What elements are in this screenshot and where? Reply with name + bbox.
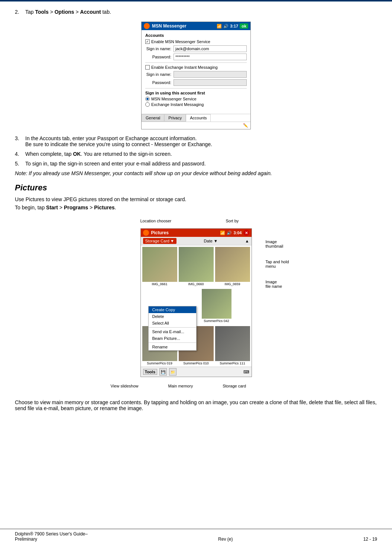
msn-tab-accounts[interactable]: Accounts bbox=[186, 114, 211, 122]
step-3-line2: Be sure to indicate the service you're u… bbox=[25, 141, 377, 147]
msn-checkbox2-label: Enable Exchange Instant Messaging bbox=[151, 65, 218, 70]
msn-field2-label: Password: bbox=[145, 55, 171, 59]
pic-keyboard-icon[interactable]: ⌨ bbox=[243, 370, 249, 374]
callout-view-slideshow: View slideshow bbox=[111, 384, 139, 388]
step-3-number: 3. bbox=[15, 135, 22, 147]
pic-cell-3: IMG_0659 bbox=[215, 247, 250, 286]
pic-menu-send-email[interactable]: Send via E-mail... bbox=[149, 328, 196, 335]
pic-name-6: SummerPics 010 bbox=[179, 361, 214, 365]
pic-name-3: IMG_0659 bbox=[215, 282, 250, 286]
options-bold: Options bbox=[55, 9, 74, 15]
right-callouts: Imagethumbnail Tap and holdmenu Imagefil… bbox=[266, 239, 289, 289]
step-4-text: When complete, tap OK. You are returned … bbox=[25, 151, 377, 157]
pictures-screenshot: Pictures 📶 🔊 3:04 ✕ Storage Card ▼ bbox=[140, 228, 252, 377]
pic-location-btn[interactable]: Storage Card ▼ bbox=[143, 238, 176, 244]
step-2: 2. Tap Tools > Options > Account tab. bbox=[15, 9, 377, 15]
msn-field4-row: Password: bbox=[145, 79, 247, 86]
pic-thumb-2[interactable] bbox=[179, 247, 214, 282]
pic-time: 3:04 bbox=[233, 231, 242, 235]
pic-storage-label: Storage Card bbox=[145, 239, 169, 243]
msn-radio1-row: MSN Messenger Service bbox=[145, 97, 247, 101]
msn-radio2-row: Exchange Instant Messaging bbox=[145, 102, 247, 107]
pic-thumb-3[interactable] bbox=[215, 247, 250, 282]
msn-signin-input[interactable] bbox=[174, 45, 247, 52]
sound-icon: 🔊 bbox=[223, 24, 229, 29]
note-prefix: Note: bbox=[15, 170, 29, 176]
msn-title: MSN Messenger bbox=[152, 23, 187, 29]
pic-cell-4: SummerPics 042 bbox=[202, 289, 231, 323]
pic-name-1: IMG_0661 bbox=[142, 282, 177, 286]
msn-exchange-password-input[interactable] bbox=[174, 79, 247, 86]
pic-scrollbar-up[interactable]: ▲ bbox=[245, 239, 249, 243]
pictures-area: Location chooser Sort by Pictures 📶 🔊 3:… bbox=[15, 217, 377, 393]
msn-checkbox1-label: Enable MSN Messenger Service bbox=[151, 39, 210, 44]
callout-main-memory: Main memory bbox=[168, 384, 193, 388]
pic-thumb-4[interactable] bbox=[202, 289, 231, 319]
pic-menu-divider1 bbox=[149, 327, 196, 328]
pic-name-4: SummerPics 042 bbox=[202, 319, 231, 323]
pic-name-2: IMG_0660 bbox=[179, 282, 214, 286]
msn-body: Accounts ✓ Enable MSN Messenger Service … bbox=[142, 30, 250, 111]
pic-menu-select-all[interactable]: Select All bbox=[149, 320, 196, 326]
msn-checkbox2[interactable] bbox=[145, 65, 150, 70]
msn-field4-label: Password: bbox=[145, 80, 171, 85]
pic-menu-create-copy[interactable]: Create Copy bbox=[149, 306, 196, 313]
msn-field3-label: Sign in name: bbox=[145, 72, 171, 77]
pic-name-7: SummerPics 111 bbox=[215, 361, 250, 365]
msn-password-input[interactable] bbox=[174, 54, 247, 60]
pic-titlebar: Pictures 📶 🔊 3:04 ✕ bbox=[141, 229, 252, 237]
pic-date-btn[interactable]: Date ▼ bbox=[204, 239, 218, 243]
pic-menu-beam[interactable]: Beam Picture... bbox=[149, 335, 196, 342]
pic-tools-button[interactable]: Tools bbox=[143, 369, 158, 375]
msn-checkbox2-row: Enable Exchange Instant Messaging bbox=[145, 65, 247, 70]
msn-tab-general[interactable]: General bbox=[142, 114, 164, 122]
pic-toolbar: Storage Card ▼ Date ▼ ▲ bbox=[141, 237, 252, 245]
msn-divider1 bbox=[145, 62, 247, 63]
pic-date-dropdown-icon: ▼ bbox=[214, 239, 218, 243]
pic-cell-7: SummerPics 111 bbox=[215, 326, 250, 365]
msn-screenshot-container: MSN Messenger 📶 🔊 3:17 ok Accounts ✓ Ena… bbox=[15, 22, 377, 129]
footer-left: Dolphin® 7900 Series User's Guide– Preli… bbox=[15, 531, 88, 542]
pic-title: Pictures bbox=[151, 230, 169, 235]
pic-cell-2: IMG_0660 bbox=[179, 247, 214, 286]
msn-tab-privacy[interactable]: Privacy bbox=[164, 114, 186, 122]
step-5-number: 5. bbox=[15, 161, 22, 167]
pic-sound-icon: 🔊 bbox=[227, 231, 232, 235]
footer-center: Rev (e) bbox=[218, 537, 233, 542]
msn-field2-row: Password: bbox=[145, 54, 247, 60]
msn-radio1-label: MSN Messenger Service bbox=[151, 97, 197, 101]
pic-date-label: Date bbox=[204, 239, 213, 243]
msn-titlebar-icons: 📶 🔊 3:17 ok bbox=[217, 23, 248, 29]
msn-signin-heading: Sign in using this account first bbox=[145, 91, 247, 95]
msn-divider2 bbox=[145, 88, 247, 88]
step-4: 4. When complete, tap OK. You are return… bbox=[15, 151, 377, 157]
pic-menu-divider2 bbox=[149, 342, 196, 343]
msn-exchange-signin-input[interactable] bbox=[174, 71, 247, 78]
msn-checkbox1[interactable]: ✓ bbox=[145, 39, 150, 44]
pic-storage-button[interactable]: 📁 bbox=[169, 368, 176, 376]
msn-field1-row: Sign in name: bbox=[145, 45, 247, 52]
callout-tap-hold: Tap and holdmenu bbox=[266, 260, 289, 268]
pic-close-button[interactable]: ✕ bbox=[243, 230, 249, 236]
bottom-callouts: View slideshow Main memory Storage card bbox=[103, 379, 289, 393]
msn-radio1[interactable] bbox=[145, 97, 150, 101]
account-bold: Account bbox=[80, 9, 101, 15]
msn-ok-button[interactable]: ok bbox=[240, 23, 248, 29]
pic-memory-button[interactable]: 💾 bbox=[159, 368, 167, 376]
tools-bold: Tools bbox=[35, 9, 48, 15]
pictures-intro2: To begin, tap Start > Programs > Picture… bbox=[15, 205, 377, 210]
msn-field1-label: Sign in name: bbox=[145, 46, 171, 51]
msn-radio2[interactable] bbox=[145, 102, 150, 107]
pictures-intro1: Use Pictures to view JPEG pictures store… bbox=[15, 196, 377, 202]
pic-context-area: Create Copy Delete Select All Send via E… bbox=[141, 287, 252, 325]
bottom-text: Choose to view main memory or storage ca… bbox=[15, 399, 377, 411]
pic-thumb-7[interactable] bbox=[215, 326, 250, 361]
pic-location-dropdown-icon: ▼ bbox=[170, 239, 174, 243]
pic-menu-rename[interactable]: Rename bbox=[149, 344, 196, 350]
pic-thumb-1[interactable] bbox=[142, 247, 177, 282]
msn-tabs: General Privacy Accounts bbox=[142, 114, 250, 122]
pic-image-grid-row1: IMG_0661 IMG_0660 IMG_0659 bbox=[141, 245, 252, 287]
pic-menu-delete[interactable]: Delete bbox=[149, 313, 196, 320]
msn-bottombar: ✏️ bbox=[142, 122, 250, 129]
step-3-text: In the Accounts tab, enter your Passport… bbox=[25, 135, 377, 147]
